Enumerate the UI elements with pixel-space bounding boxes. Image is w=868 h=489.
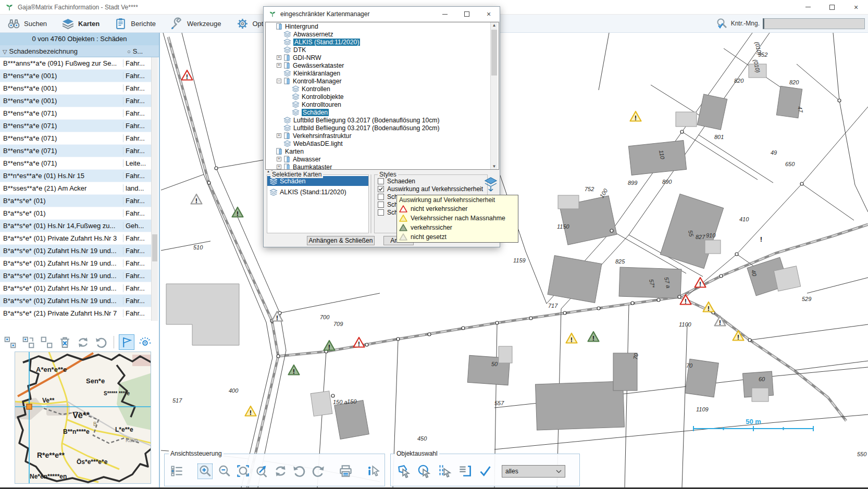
tree-item[interactable]: +GDI-NRW	[266, 54, 499, 61]
checkbox-icon[interactable]	[378, 186, 384, 192]
tree-expander[interactable]: +	[277, 133, 281, 138]
toolbar-werkzeuge-button[interactable]: Werkzeuge	[163, 15, 229, 33]
dialog-close-button[interactable]: ×	[478, 7, 500, 22]
tree-item[interactable]: Schäden	[266, 108, 499, 116]
list-row[interactable]: B**ens**a*e (071)Leite...	[0, 157, 152, 170]
list-row[interactable]: B**ens**a*e (001)Fahr...	[0, 82, 152, 95]
damage-marker-plain[interactable]: !	[760, 235, 762, 243]
list-row[interactable]: B**ens**a*e (071)Fahr...	[0, 132, 152, 145]
checkbox-icon[interactable]	[378, 202, 384, 208]
list-row[interactable]: B**ens**a*e (001)Fahr...	[0, 95, 152, 107]
checkbox-icon[interactable]	[378, 209, 384, 216]
close-button[interactable]: ×	[844, 0, 868, 15]
dialog-minimize-button[interactable]	[434, 7, 456, 22]
column-status[interactable]: ○S...	[125, 47, 159, 55]
tree-item[interactable]: ALKIS (Stand:11/2020)	[266, 38, 499, 46]
list-row[interactable]: B**sses**a*e (21) Am Ackerland...	[0, 182, 152, 195]
tree-item[interactable]: Luftbild Befliegung 03.2017 (Bodenauflös…	[266, 116, 499, 124]
tree-expander[interactable]: +	[277, 55, 281, 60]
checkbox-icon[interactable]	[378, 194, 384, 200]
attach-close-button[interactable]: Anhängen & Schließen	[307, 236, 375, 245]
list-row[interactable]: B*a**s*e* (01) Zufahrt Hs.Nr 19 und...Fa…	[0, 282, 152, 295]
zoom-out-icon[interactable]	[217, 463, 231, 479]
select-add-icon[interactable]	[20, 334, 36, 350]
list-row[interactable]: B***anns**a*e (091) Fußweg zur Se...Fahr…	[0, 57, 152, 70]
tree-item[interactable]: DTK	[266, 46, 499, 54]
dialog-title-bar[interactable]: eingeschränkter Kartenmanager ×	[264, 7, 500, 22]
tree-item[interactable]: +Baumkataster	[266, 163, 499, 170]
toolbar-karten-button[interactable]: Karten	[54, 15, 107, 33]
tree-expander[interactable]: +	[277, 63, 281, 68]
select-list-icon[interactable]	[457, 463, 473, 479]
tree-item[interactable]: Kleinkläranlagen	[266, 69, 499, 77]
column-schadensbezeichnung[interactable]: ▽Schadensbezeichnung	[0, 47, 125, 55]
tree-item[interactable]: Luftbild Befliegung 03.2017 (Bodenauflös…	[266, 124, 499, 132]
tree-item[interactable]: WebAtlasDE.light	[266, 140, 499, 147]
tree-item[interactable]: Kontrolltouren	[266, 101, 499, 108]
tree-item[interactable]: +Abwasser	[266, 155, 499, 163]
tree-item[interactable]: Hintergrund	[266, 22, 499, 30]
flag-tool-icon[interactable]	[119, 334, 134, 350]
list-row[interactable]: B**n*es**a*e (01) Hs.Nr 15Fahr...	[0, 170, 152, 182]
list-scrollbar[interactable]	[151, 57, 158, 321]
scrollbar-thumb[interactable]	[491, 30, 497, 76]
legend-list-icon[interactable]	[170, 463, 184, 479]
print-icon[interactable]	[339, 463, 353, 479]
list-row[interactable]: B*a**s*e* (01) Zufahrt Hs.Nr 19 und...Fa…	[0, 270, 152, 282]
pane-divider[interactable]	[370, 174, 371, 233]
checkbox-icon[interactable]	[378, 178, 384, 184]
undo-icon[interactable]	[93, 334, 109, 350]
tree-expander[interactable]: +	[277, 165, 281, 169]
overview-map[interactable]: A*en*e**eSen*eS***** ****eVe**Ve**BB**n*…	[15, 352, 151, 484]
list-row[interactable]: B*a**s*e* (01) Zufahrt Hs.Nr 19 und...Fa…	[0, 245, 152, 257]
list-row[interactable]: B**ens**a*e (001)Fahr...	[0, 70, 152, 82]
undo-view-icon[interactable]	[292, 463, 306, 479]
refresh-icon[interactable]	[75, 334, 91, 350]
zoom-in-icon[interactable]	[197, 463, 213, 479]
tree-item[interactable]: +Gewässerkataster	[266, 61, 499, 69]
list-row[interactable]: B*a**s*e* (01) Zufahrt Hs.Nr 19 und...Fa…	[0, 295, 152, 307]
list-row[interactable]: B*a**s*e* (01) Zufahrt Hs.Nr 19 und...Fa…	[0, 257, 152, 270]
info-pointer-icon[interactable]	[366, 463, 380, 479]
minimize-button[interactable]	[796, 0, 820, 15]
tree-expander[interactable]: +	[277, 157, 281, 161]
list-row[interactable]: B*a**s*e* (01) Hs.Nr 14,Fußweg zu...Geh.…	[0, 220, 152, 232]
list-row[interactable]: B**ens**a*e (071)Fahr...	[0, 120, 152, 132]
tree-scrollbar[interactable]: ▲ ▼	[490, 22, 498, 169]
list-row[interactable]: B*a**s*e* (01)Fahr...	[0, 207, 152, 220]
apply-check-icon[interactable]	[477, 463, 493, 479]
scroll-down-icon[interactable]: ▼	[491, 164, 498, 169]
dialog-maximize-button[interactable]	[456, 7, 478, 22]
list-row[interactable]: B*a**s*e* (01) Private Zufahrt Hs.Nr 3Fa…	[0, 232, 152, 245]
select-polygon-icon[interactable]	[396, 463, 412, 479]
select-objects-icon[interactable]	[2, 334, 18, 350]
tree-expander[interactable]: −	[277, 79, 281, 83]
tree-item[interactable]: Kontrollen	[266, 85, 499, 93]
list-row[interactable]: B*a**s*e* (21) Private Zufahrt Hs.Nr 7Fa…	[0, 307, 152, 320]
tree-item[interactable]: +Verkehrsinfrastruktur	[266, 132, 499, 140]
selected-map-item[interactable]: ALKIS (Stand:11/2020)	[267, 187, 368, 197]
delete-selection-icon[interactable]	[57, 334, 72, 350]
maximize-button[interactable]	[820, 0, 844, 15]
select-empty-icon[interactable]	[39, 334, 54, 350]
zoom-extent-icon[interactable]	[255, 463, 269, 479]
style-option[interactable]: Auswirkung auf Verkehrssicherheit	[375, 185, 487, 193]
style-option[interactable]: Schaeden	[375, 177, 487, 185]
redo-view-icon[interactable]	[311, 463, 325, 479]
zoom-window-icon[interactable]	[236, 463, 250, 479]
toolbar-suchen-button[interactable]: Suchen	[0, 15, 54, 33]
list-row[interactable]: B**ens**a*e (071)Fahr...	[0, 107, 152, 120]
tree-item[interactable]: −Kontroll-Manager	[266, 77, 499, 85]
toolbar-berichte-button[interactable]: Berichte	[107, 15, 163, 33]
selection-mode-dropdown[interactable]: alles	[502, 465, 565, 478]
select-circle-icon[interactable]	[416, 463, 432, 479]
list-row[interactable]: B*a**s*e* (01)Fahr...	[0, 195, 152, 207]
kntr-mng-input[interactable]	[763, 18, 865, 29]
apply-layers-icon[interactable]	[484, 177, 498, 193]
scrollbar-thumb[interactable]	[152, 234, 157, 261]
select-line-icon[interactable]	[437, 463, 452, 479]
overview-position-marker[interactable]	[27, 404, 32, 409]
scroll-up-icon[interactable]: ▲	[491, 23, 498, 28]
list-row[interactable]: B**ens**a*e (071)Fahr...	[0, 145, 152, 157]
refresh-map-icon[interactable]	[274, 463, 288, 479]
